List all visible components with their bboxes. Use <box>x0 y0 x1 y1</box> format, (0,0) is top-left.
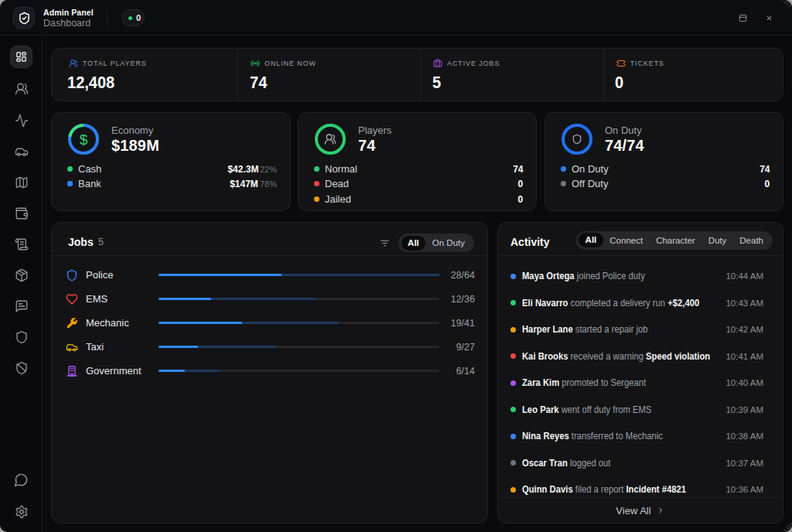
svg-text:$: $ <box>80 131 88 148</box>
